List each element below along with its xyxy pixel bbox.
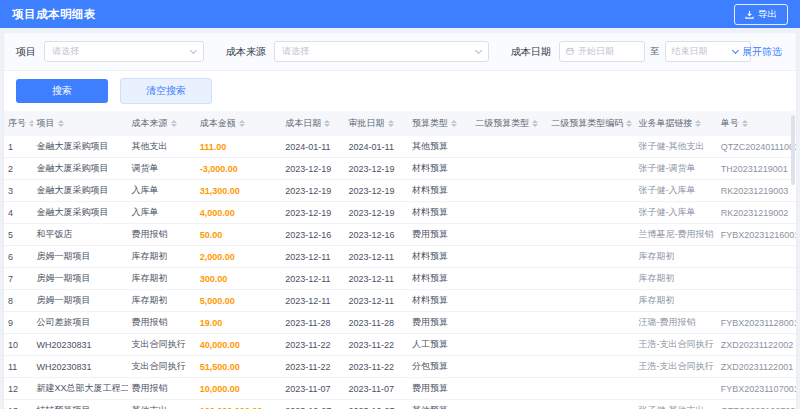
business-link-cell[interactable]: 库存期初 <box>634 246 716 268</box>
amount-cell: 40,000.00 <box>196 334 282 356</box>
order-no-cell: QTZC20240111001 <box>717 136 796 158</box>
clear-search-button[interactable]: 清空搜索 <box>120 78 212 104</box>
table-cell: 入库单 <box>128 202 196 224</box>
column-label: 成本来源 <box>132 118 168 128</box>
project-filter-label: 项目 <box>16 45 36 59</box>
business-link-cell[interactable]: 王浩-支出合同执行 <box>634 356 716 378</box>
table-cell <box>471 400 547 409</box>
table-cell: 10 <box>4 334 33 356</box>
vertical-scrollbar[interactable] <box>790 111 796 409</box>
sort-icon[interactable] <box>29 120 33 128</box>
business-link-cell[interactable]: 王浩-支出合同执行 <box>634 334 716 356</box>
business-link-cell[interactable]: 张子健-入库单 <box>634 202 716 224</box>
column-label: 预算类型 <box>412 118 448 128</box>
column-header-3[interactable]: 成本金额 <box>196 111 282 136</box>
table-cell: 2023-12-11 <box>345 290 408 312</box>
table-cell: 公司差旅项目 <box>33 312 128 334</box>
scrollbar-thumb[interactable] <box>791 115 795 185</box>
start-date-input[interactable]: 开始日期 <box>559 41 645 62</box>
order-no-cell: QTZC20231027002 <box>717 400 796 409</box>
chevron-down-icon <box>190 46 197 53</box>
order-no-cell: FYBX20231128001 <box>717 312 796 334</box>
cost-source-select[interactable]: 请选择 <box>274 41 489 62</box>
table-cell: 金融大厦采购项目 <box>33 180 128 202</box>
table-cell <box>547 202 634 224</box>
page-title: 项目成本明细表 <box>12 7 96 22</box>
project-select[interactable]: 请选择 <box>44 41 204 62</box>
column-header-8[interactable]: 二级预算类型编码 <box>547 111 634 136</box>
search-button[interactable]: 搜索 <box>16 79 108 103</box>
order-no-cell: RK20231219002 <box>717 202 796 224</box>
export-icon <box>745 10 754 19</box>
business-link-cell[interactable]: 兰博基尼-费用报销 <box>634 224 716 246</box>
sort-icon[interactable] <box>626 120 632 128</box>
table-cell: 费用报销 <box>128 224 196 246</box>
table-cell <box>547 400 634 409</box>
order-no-cell: RK20231219003 <box>717 180 796 202</box>
table-cell <box>471 224 547 246</box>
sort-icon[interactable] <box>742 120 748 128</box>
table-cell <box>471 312 547 334</box>
sort-icon[interactable] <box>324 120 330 128</box>
table-cell: 2023-11-22 <box>281 334 344 356</box>
table-cell <box>471 202 547 224</box>
column-label: 二级预算类型编码 <box>551 118 623 128</box>
table-cell <box>547 136 634 158</box>
business-link-cell[interactable]: 库存期初 <box>634 290 716 312</box>
sort-icon[interactable] <box>532 120 538 128</box>
table-cell: 结转预算项目 <box>33 400 128 409</box>
order-no-cell: TH20231219001 <box>717 158 796 180</box>
business-link-cell[interactable]: 张子健-其他支出 <box>634 400 716 409</box>
table-cell: 2023-11-28 <box>345 312 408 334</box>
export-button[interactable]: 导出 <box>734 4 788 25</box>
cost-date-filter-field: 成本日期 开始日期 至 结束日期 <box>511 41 751 62</box>
table-cell: 金融大厦采购项目 <box>33 136 128 158</box>
table-cell: 费用预算 <box>408 378 471 400</box>
column-header-0[interactable]: 序号 <box>4 111 33 136</box>
business-link-cell[interactable]: 库存期初 <box>634 268 716 290</box>
column-header-9[interactable]: 业务单据链接 <box>634 111 716 136</box>
column-label: 单号 <box>721 118 739 128</box>
table-cell: 11 <box>4 356 33 378</box>
business-link-cell[interactable]: 汪璐-费用报销 <box>634 312 716 334</box>
table-cell: 其他支出 <box>128 400 196 409</box>
column-header-6[interactable]: 预算类型 <box>408 111 471 136</box>
column-header-10[interactable]: 单号 <box>717 111 796 136</box>
column-header-4[interactable]: 成本日期 <box>281 111 344 136</box>
column-header-2[interactable]: 成本来源 <box>128 111 196 136</box>
sort-icon[interactable] <box>695 120 701 128</box>
order-no-cell <box>717 246 796 268</box>
table-cell: 材料预算 <box>408 158 471 180</box>
column-header-7[interactable]: 二级预算类型 <box>471 111 547 136</box>
table-cell <box>471 136 547 158</box>
table-cell: 新建XX总部大厦工程二期 <box>33 378 128 400</box>
project-select-placeholder: 请选择 <box>52 45 79 58</box>
table-row: 13结转预算项目其他支出100,000,000.002023-10-272023… <box>4 400 796 409</box>
expand-filters-link[interactable]: 展开筛选 <box>733 45 782 59</box>
column-header-5[interactable]: 审批日期 <box>345 111 408 136</box>
column-label: 项目 <box>37 118 55 128</box>
sort-icon[interactable] <box>58 120 64 128</box>
table-cell: 2023-12-19 <box>281 202 344 224</box>
sort-icon[interactable] <box>171 120 177 128</box>
table-cell: 支出合同执行 <box>128 334 196 356</box>
amount-cell: 31,300.00 <box>196 180 282 202</box>
sort-icon[interactable] <box>239 120 245 128</box>
business-link-cell[interactable]: 张子健-调货单 <box>634 158 716 180</box>
table-cell <box>471 356 547 378</box>
table-cell: 1 <box>4 136 33 158</box>
business-link-cell[interactable]: 张子健-其他支出 <box>634 136 716 158</box>
table-cell <box>471 158 547 180</box>
sort-icon[interactable] <box>388 120 394 128</box>
column-header-1[interactable]: 项目 <box>33 111 128 136</box>
amount-cell: 300.00 <box>196 268 282 290</box>
table-cell <box>471 268 547 290</box>
table-cell: 2023-11-22 <box>345 334 408 356</box>
table-cell: 库存期初 <box>128 246 196 268</box>
table-cell: 2023-11-22 <box>281 356 344 378</box>
table-cell: 2023-12-16 <box>345 224 408 246</box>
table-cell: 2023-12-11 <box>281 290 344 312</box>
table-row: 2金融大厦采购项目调货单-3,000.002023-12-192023-12-1… <box>4 158 796 180</box>
sort-icon[interactable] <box>451 120 457 128</box>
business-link-cell[interactable]: 张子健-入库单 <box>634 180 716 202</box>
